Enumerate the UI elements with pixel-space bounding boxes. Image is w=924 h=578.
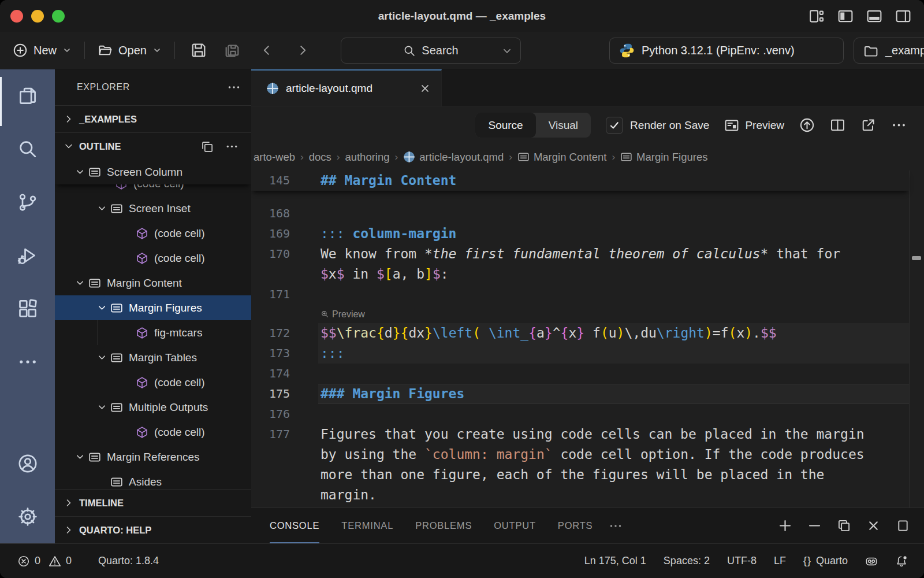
- save-all-icon[interactable]: [223, 42, 241, 59]
- code-line-wrap[interactable]: $x$ in $[a, b]$:: [251, 264, 909, 284]
- activity-source-control[interactable]: [0, 176, 55, 229]
- code-line-176[interactable]: 176: [251, 404, 909, 424]
- toggle-panel-icon[interactable]: [866, 8, 882, 24]
- status-language-mode[interactable]: {}Quarto: [803, 555, 848, 567]
- quarto-help-section-header[interactable]: QUARTO: HELP: [55, 516, 251, 543]
- quarto-version-status[interactable]: Quarto: 1.8.4: [98, 555, 159, 567]
- line-content[interactable]: :::: [318, 343, 909, 364]
- publish-icon[interactable]: [799, 117, 815, 133]
- code-line-wrap[interactable]: more than one figure, each of the figure…: [251, 465, 909, 485]
- line-content[interactable]: $$\frac{d}{dx}\left( \int_{a}^{x} f(u)\,…: [318, 323, 909, 343]
- code-line-169[interactable]: 169::: column-margin: [251, 224, 909, 244]
- code-line-168[interactable]: 168: [251, 203, 909, 224]
- navigate-back-icon[interactable]: [260, 44, 273, 57]
- close-panel-icon[interactable]: [866, 518, 881, 533]
- timeline-section-header[interactable]: TIMELINE: [55, 489, 251, 516]
- code-line-wrap[interactable]: margin.: [251, 485, 909, 505]
- outline-item-margin-content[interactable]: Margin Content: [55, 271, 251, 295]
- open-external-icon[interactable]: [860, 117, 876, 133]
- new-button[interactable]: New: [7, 43, 77, 58]
- line-content[interactable]: margin.: [318, 485, 909, 505]
- chevron-down-icon[interactable]: [71, 160, 88, 184]
- status-notifications[interactable]: [895, 555, 908, 568]
- panel-tab-console[interactable]: CONSOLE: [270, 508, 319, 543]
- editor-scrollbar[interactable]: [909, 171, 924, 507]
- chevron-down-icon[interactable]: [93, 295, 110, 320]
- line-content[interactable]: $x$ in $[a, b]$:: [318, 264, 909, 284]
- outline-item--code-cell-[interactable]: (code cell): [55, 184, 251, 196]
- line-content[interactable]: by using the `column: margin` code cell …: [318, 444, 909, 465]
- render-on-save-toggle[interactable]: Render on Save: [606, 117, 709, 134]
- code-line-174[interactable]: 174: [251, 364, 909, 384]
- save-icon[interactable]: [190, 42, 207, 59]
- status-indentation[interactable]: Spaces: 2: [664, 555, 710, 567]
- code-line-175[interactable]: 175### Margin Figures: [251, 384, 909, 404]
- problems-status[interactable]: 0 0: [17, 555, 72, 568]
- visual-mode-button[interactable]: Visual: [536, 113, 591, 138]
- outline-item-screen-column[interactable]: Screen Column: [55, 160, 251, 184]
- editor-more-actions-icon[interactable]: [891, 117, 907, 133]
- navigate-forward-icon[interactable]: [296, 44, 309, 57]
- outline-item-fig-mtcars[interactable]: fig-mtcars: [55, 320, 251, 345]
- line-content[interactable]: [318, 404, 909, 424]
- line-content[interactable]: ## Margin Content: [318, 171, 909, 191]
- maximize-panel-icon[interactable]: [896, 518, 910, 533]
- close-tab-icon[interactable]: [419, 83, 431, 94]
- outline-item--code-cell-[interactable]: (code cell): [55, 370, 251, 395]
- new-console-icon[interactable]: [778, 518, 792, 533]
- split-panel-icon[interactable]: [837, 518, 851, 533]
- chevron-down-icon[interactable]: [93, 196, 110, 221]
- line-content[interactable]: ::: column-margin: [318, 224, 909, 244]
- workspace-button[interactable]: _examples: [854, 38, 924, 64]
- code-line-145[interactable]: 145## Margin Content: [251, 171, 909, 191]
- line-content[interactable]: [318, 284, 909, 305]
- status-encoding[interactable]: UTF-8: [727, 555, 757, 567]
- open-button[interactable]: Open: [92, 43, 167, 58]
- outline-item-multiple-outputs[interactable]: Multiple Outputs: [55, 395, 251, 420]
- status-copilot[interactable]: [865, 555, 878, 568]
- outline-item-screen-inset[interactable]: Screen Inset: [55, 196, 251, 221]
- breadcrumb-margin-content[interactable]: Margin Content: [517, 151, 606, 164]
- source-mode-button[interactable]: Source: [475, 113, 535, 138]
- activity-more-actions[interactable]: [0, 335, 55, 388]
- collapse-all-icon[interactable]: [200, 140, 214, 153]
- chevron-down-icon[interactable]: [71, 271, 88, 295]
- panel-tab-output[interactable]: OUTPUT: [494, 508, 536, 543]
- code-editor[interactable]: 145## Margin Content168169::: column-mar…: [251, 171, 924, 507]
- minimize-panel-icon[interactable]: [807, 518, 822, 533]
- global-search-input[interactable]: Search: [341, 38, 521, 64]
- chevron-down-icon[interactable]: [93, 345, 110, 370]
- outline-item-margin-references[interactable]: Margin References: [55, 444, 251, 469]
- activity-accounts[interactable]: [0, 437, 55, 490]
- panel-tab-problems[interactable]: PROBLEMS: [415, 508, 472, 543]
- line-content[interactable]: [318, 203, 909, 224]
- code-lens-preview[interactable]: Preview: [321, 305, 365, 324]
- code-lens-row[interactable]: Preview: [251, 305, 909, 323]
- line-content[interactable]: Figures that you create using code cells…: [318, 424, 909, 444]
- activity-search[interactable]: [0, 123, 55, 176]
- search-dropdown-icon[interactable]: [502, 46, 512, 56]
- chevron-down-icon[interactable]: [71, 444, 88, 469]
- outline-more-icon[interactable]: [225, 140, 239, 153]
- line-content[interactable]: more than one figure, each of the figure…: [318, 465, 909, 485]
- line-content[interactable]: ### Margin Figures: [318, 384, 909, 404]
- code-line-170[interactable]: 170We know from *the first fundamental t…: [251, 244, 909, 264]
- workspace-section-header[interactable]: _EXAMPLES: [55, 105, 251, 132]
- breadcrumb-arto-web[interactable]: arto-web: [254, 151, 295, 164]
- tab-article-layout[interactable]: article-layout.qmd: [251, 69, 442, 106]
- customize-layout-icon[interactable]: [808, 8, 825, 24]
- outline-item-margin-tables[interactable]: Margin Tables: [55, 345, 251, 370]
- outline-item--code-cell-[interactable]: (code cell): [55, 221, 251, 246]
- chevron-down-icon[interactable]: [93, 395, 110, 420]
- split-editor-icon[interactable]: [830, 117, 845, 133]
- code-line-171[interactable]: 171: [251, 284, 909, 305]
- code-line-173[interactable]: 173:::: [251, 343, 909, 364]
- outline-item--code-cell-[interactable]: (code cell): [55, 420, 251, 444]
- code-line-wrap[interactable]: by using the `column: margin` code cell …: [251, 444, 909, 465]
- scrollbar-thumb[interactable]: [912, 256, 921, 260]
- code-line-172[interactable]: 172$$\frac{d}{dx}\left( \int_{a}^{x} f(u…: [251, 323, 909, 343]
- line-content[interactable]: [318, 364, 909, 384]
- breadcrumb-authoring[interactable]: authoring: [345, 151, 389, 164]
- explorer-more-icon[interactable]: [227, 80, 241, 94]
- outline-section-header[interactable]: OUTLINE: [55, 132, 251, 160]
